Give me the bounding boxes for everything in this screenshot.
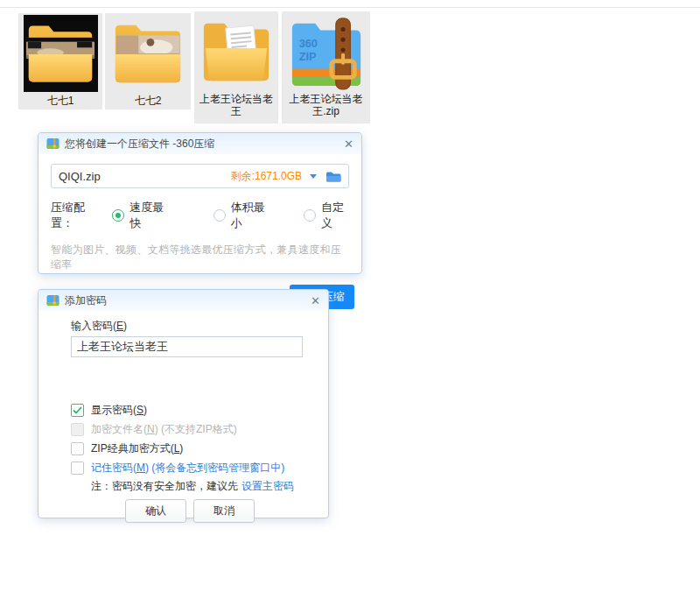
password-dialog: 添加密码 ✕ 输入密码(E) 显示密码(S) 加密文件名(N) (不支持ZIP格… — [38, 289, 329, 518]
file-item-folder[interactable]: 上老王论坛当老王 — [194, 11, 278, 123]
set-master-password-link[interactable]: 设置主密码 — [242, 480, 294, 492]
window-top-border — [0, 7, 700, 8]
checkbox-label: 记住密码(M) (将会备忘到密码管理窗口中) — [91, 461, 284, 476]
dialog-title: 您将创建一个压缩文件 -360压缩 — [65, 137, 214, 152]
checkbox-show-password[interactable]: 显示密码(S) — [71, 400, 328, 419]
password-input[interactable] — [71, 336, 303, 357]
360zip-app-icon — [46, 137, 60, 150]
smart-compress-hint: 智能为图片、视频、文档等挑选最优压缩方式，兼具速度和压缩率 — [51, 243, 349, 272]
radio-icon[interactable] — [304, 209, 316, 222]
compress-dialog: 您将创建一个压缩文件 -360压缩 ✕ QIQI.zip 剩余:1671.0GB… — [38, 132, 362, 274]
compress-dialog-titlebar[interactable]: 您将创建一个压缩文件 -360压缩 ✕ — [38, 133, 361, 154]
checkbox-icon[interactable] — [71, 462, 84, 475]
radio-label: 速度最快 — [130, 200, 167, 231]
radio-selected-icon[interactable] — [112, 209, 124, 222]
check-icon — [73, 406, 82, 414]
folder-document-thumbnail — [199, 13, 274, 90]
archive-name-field[interactable]: QIQI.zip 剩余:1671.0GB — [51, 164, 349, 188]
file-name: 七七1 — [19, 95, 102, 107]
password-dialog-titlebar[interactable]: 添加密码 ✕ — [38, 290, 328, 311]
checkbox-icon[interactable] — [71, 442, 84, 455]
confirm-button[interactable]: 确认 — [125, 499, 186, 523]
radio-icon[interactable] — [214, 209, 226, 222]
file-item-zip[interactable]: 360 ZIP 上老王论坛当老王.zip — [282, 11, 370, 123]
360zip-app-icon — [46, 294, 60, 307]
zip-archive-thumbnail: 360 ZIP — [288, 13, 365, 90]
checkbox-checked-icon[interactable] — [71, 404, 84, 417]
compress-config-row: 压缩配置： 速度最快 体积最小 自定义 — [51, 200, 349, 231]
file-name: 七七2 — [107, 95, 189, 107]
dialog-title: 添加密码 — [65, 293, 107, 308]
file-item-qiqi1[interactable]: 七七1 — [18, 13, 102, 109]
file-item-qiqi2[interactable]: 七七2 — [105, 13, 191, 109]
checkbox-label: ZIP经典加密方式(L) — [91, 441, 183, 456]
checkbox-encrypt-filename: 加密文件名(N) (不支持ZIP格式) — [71, 419, 328, 439]
dialog-buttons: 确认 取消 — [71, 499, 328, 523]
file-name: 上老王论坛当老王 — [195, 93, 277, 117]
svg-text:ZIP: ZIP — [298, 50, 316, 63]
radio-fastest[interactable]: 速度最快 — [112, 200, 167, 231]
password-input-label: 输入密码(E) — [71, 319, 328, 334]
folder-photo-icon — [110, 16, 186, 91]
zip-archive-icon: 360 ZIP — [288, 12, 365, 91]
folder-photo-icon — [25, 18, 95, 89]
chevron-down-icon[interactable] — [310, 174, 317, 179]
free-space-label: 剩余:1671.0GB — [231, 169, 302, 184]
radio-label: 自定义 — [321, 200, 349, 231]
file-name: 上老王论坛当老王.zip — [285, 93, 368, 117]
config-label: 压缩配置： — [51, 200, 101, 231]
security-note: 注：密码没有安全加密，建议先设置主密码 — [71, 479, 328, 494]
archive-filename[interactable]: QIQI.zip — [59, 170, 231, 183]
radio-smallest[interactable]: 体积最小 — [214, 200, 269, 231]
radio-custom[interactable]: 自定义 — [304, 200, 349, 231]
checkbox-zip-classic[interactable]: ZIP经典加密方式(L) — [71, 439, 328, 458]
checkbox-disabled-icon — [71, 423, 84, 436]
radio-label: 体积最小 — [231, 200, 269, 231]
checkbox-label: 加密文件名(N) (不支持ZIP格式) — [91, 422, 237, 437]
folder-photo-thumbnail — [110, 15, 186, 92]
close-icon[interactable]: ✕ — [311, 295, 320, 307]
folder-photo-thumbnail — [24, 15, 98, 92]
svg-text:360: 360 — [298, 37, 317, 50]
cancel-button[interactable]: 取消 — [193, 499, 255, 523]
checkbox-remember-password[interactable]: 记住密码(M) (将会备忘到密码管理窗口中) — [71, 458, 328, 477]
browse-folder-icon[interactable] — [326, 171, 341, 182]
close-icon[interactable]: ✕ — [344, 138, 354, 150]
note-text: 注：密码没有安全加密，建议先 — [91, 480, 238, 492]
checkbox-label: 显示密码(S) — [91, 403, 147, 418]
folder-document-icon — [199, 14, 274, 89]
